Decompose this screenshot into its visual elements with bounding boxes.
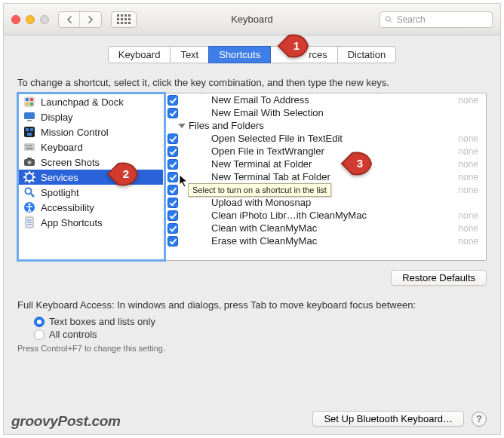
svg-rect-20 xyxy=(27,158,32,160)
list-item[interactable]: New Terminal Tab at Folder none xyxy=(164,170,486,183)
item-checkbox[interactable] xyxy=(167,172,178,182)
item-shortcut[interactable]: none xyxy=(458,95,481,106)
search-input[interactable] xyxy=(397,14,487,25)
category-label: Spotlight xyxy=(41,187,79,198)
list-item[interactable]: Erase with CleanMyMac none xyxy=(164,234,486,247)
forward-button[interactable] xyxy=(80,12,101,27)
category-app-shortcuts[interactable]: App Shortcuts xyxy=(19,215,163,230)
svg-rect-4 xyxy=(30,98,33,101)
svg-point-0 xyxy=(386,17,390,21)
list-item[interactable]: New Terminal at Folder none xyxy=(164,158,486,170)
tooltip: Select to turn on a shortcut in the list xyxy=(188,183,331,197)
item-shortcut[interactable]: none xyxy=(458,133,481,144)
tab-input-sources[interactable]: rces xyxy=(270,46,338,63)
close-window-button[interactable] xyxy=(11,15,20,24)
item-label: Upload with Monosnap xyxy=(211,197,481,208)
group-label: Files and Folders xyxy=(189,120,264,131)
fka-option-all[interactable]: All controls xyxy=(34,328,487,341)
item-shortcut[interactable]: none xyxy=(458,146,481,157)
svg-point-30 xyxy=(26,188,32,194)
category-keyboard[interactable]: Keyboard xyxy=(19,139,163,155)
display-icon xyxy=(23,111,35,123)
item-checkbox[interactable] xyxy=(167,159,178,170)
list-item[interactable]: New Email To Address none xyxy=(164,93,486,106)
item-checkbox[interactable] xyxy=(167,198,178,208)
item-checkbox[interactable] xyxy=(167,210,178,221)
svg-rect-12 xyxy=(27,133,32,136)
watermark: groovyPost.com xyxy=(11,413,121,430)
titlebar: Keyboard xyxy=(4,4,500,35)
minimize-window-button[interactable] xyxy=(26,15,35,24)
shortcuts-panels: Launchpad & Dock Display Mission Control… xyxy=(17,93,487,261)
back-button[interactable] xyxy=(59,12,80,27)
list-item[interactable]: Open File in TextWrangler none xyxy=(164,145,486,158)
item-checkbox[interactable] xyxy=(167,185,178,195)
group-header[interactable]: Files and Folders xyxy=(164,119,486,132)
category-label: Mission Control xyxy=(41,127,109,138)
search-field[interactable] xyxy=(380,11,493,28)
show-all-prefs-button[interactable] xyxy=(111,11,137,28)
item-label: New Terminal Tab at Folder xyxy=(211,171,457,182)
list-item[interactable]: Clean with CleanMyMac none xyxy=(164,222,486,234)
svg-rect-5 xyxy=(26,103,29,106)
category-label: Accessibility xyxy=(41,202,94,213)
item-checkbox[interactable] xyxy=(167,133,178,144)
item-label: Clean with CleanMyMac xyxy=(211,222,457,234)
category-label: App Shortcuts xyxy=(41,217,103,228)
fka-hint: Press Control+F7 to change this setting. xyxy=(17,344,487,353)
category-list[interactable]: Launchpad & Dock Display Mission Control… xyxy=(18,93,164,260)
category-spotlight[interactable]: Spotlight xyxy=(19,185,163,200)
svg-line-28 xyxy=(32,173,34,174)
item-checkbox[interactable] xyxy=(167,236,178,247)
category-screen-shots[interactable]: Screen Shots xyxy=(19,155,163,170)
bluetooth-keyboard-button[interactable]: Set Up Bluetooth Keyboard… xyxy=(312,411,464,427)
svg-line-29 xyxy=(25,180,26,182)
svg-point-19 xyxy=(28,161,32,164)
item-checkbox[interactable] xyxy=(167,95,178,106)
category-mission-control[interactable]: Mission Control xyxy=(19,124,163,139)
svg-rect-3 xyxy=(26,98,29,101)
tab-dictation[interactable]: Dictation xyxy=(337,46,397,63)
item-shortcut[interactable]: none xyxy=(458,172,481,182)
list-item[interactable]: Upload with Monosnap xyxy=(164,196,486,209)
list-item[interactable]: Clean iPhoto Libr…ith CleanMyMac none xyxy=(164,209,486,222)
category-launchpad[interactable]: Launchpad & Dock xyxy=(19,94,163,109)
svg-rect-17 xyxy=(26,148,32,149)
tab-keyboard[interactable]: Keyboard xyxy=(108,46,171,63)
category-label: Screen Shots xyxy=(41,157,100,168)
svg-line-31 xyxy=(31,194,34,197)
item-shortcut[interactable]: none xyxy=(458,210,481,221)
help-button[interactable]: ? xyxy=(472,412,487,427)
item-shortcut[interactable]: none xyxy=(458,223,481,234)
svg-line-26 xyxy=(25,173,26,174)
tab-shortcuts[interactable]: Shortcuts xyxy=(208,46,271,63)
item-shortcut[interactable]: none xyxy=(458,236,481,247)
disclosure-triangle-icon[interactable] xyxy=(178,124,186,128)
svg-point-33 xyxy=(29,204,31,206)
item-checkbox[interactable] xyxy=(167,108,178,118)
list-item[interactable]: Open Selected File in TextEdit none xyxy=(164,132,486,145)
list-item[interactable]: New Email With Selection xyxy=(164,106,486,119)
radio-all-controls[interactable] xyxy=(34,329,45,340)
item-shortcut[interactable]: none xyxy=(458,185,481,195)
accessibility-icon xyxy=(23,201,35,213)
svg-rect-7 xyxy=(24,112,35,119)
radio-textboxes[interactable] xyxy=(34,317,45,327)
restore-defaults-button[interactable]: Restore Defaults xyxy=(391,270,487,286)
category-services[interactable]: Services xyxy=(19,170,163,185)
fka-option-textboxes[interactable]: Text boxes and lists only xyxy=(34,315,487,328)
zoom-window-button[interactable] xyxy=(40,15,49,24)
item-label: New Terminal at Folder xyxy=(211,158,457,170)
tab-bar: Keyboard Text Shortcuts rces Dictation xyxy=(17,46,487,63)
shortcut-list[interactable]: New Email To Address none New Email With… xyxy=(164,93,486,260)
item-checkbox[interactable] xyxy=(167,146,178,157)
category-accessibility[interactable]: Accessibility xyxy=(19,200,163,215)
item-shortcut[interactable]: none xyxy=(458,159,481,170)
item-checkbox[interactable] xyxy=(167,223,178,234)
category-display[interactable]: Display xyxy=(19,109,163,124)
tab-text[interactable]: Text xyxy=(170,46,209,63)
svg-point-21 xyxy=(26,173,33,181)
services-icon xyxy=(23,171,35,183)
svg-rect-15 xyxy=(28,145,29,146)
app-shortcuts-icon xyxy=(23,216,35,228)
